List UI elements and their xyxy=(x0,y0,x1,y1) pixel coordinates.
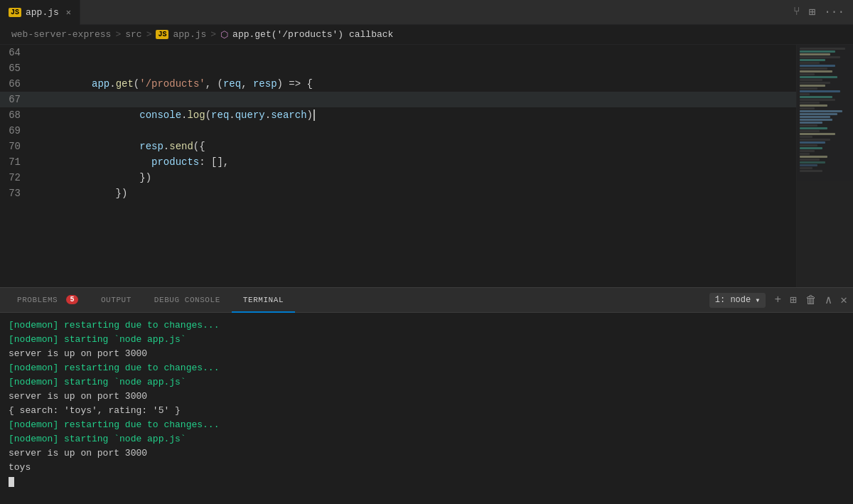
more-actions-icon[interactable]: ··· xyxy=(824,6,844,18)
line-num-73: 73 xyxy=(0,186,32,201)
tab-bar-left: JS app.js ✕ xyxy=(0,0,80,25)
line-num-69: 69 xyxy=(0,123,32,139)
output-label: OUTPUT xyxy=(101,296,132,304)
close-panel-icon[interactable]: ✕ xyxy=(840,293,847,307)
breadcrumb-src[interactable]: src xyxy=(125,29,141,40)
split-editor-icon[interactable]: ⊞ xyxy=(809,5,816,19)
terminal-line-6: server is up on port 3000 xyxy=(9,390,844,404)
breadcrumb-callback[interactable]: app.get('/products') callback xyxy=(232,29,393,40)
line-num-64: 64 xyxy=(0,45,32,60)
problems-label: PROBLEMS xyxy=(17,296,58,304)
code-line-64: 64 xyxy=(0,45,796,60)
terminal-content[interactable]: [nodemon] restarting due to changes... [… xyxy=(0,313,853,504)
panel-controls: 1: node ▾ + ⊞ 🗑 ∧ ✕ xyxy=(709,293,847,308)
terminal-line-8: [nodemon] restarting due to changes... xyxy=(9,418,844,432)
terminal-line-4: [nodemon] restarting due to changes... xyxy=(9,361,844,375)
split-terminal-icon[interactable]: ⊞ xyxy=(790,293,797,307)
terminal-line-5: [nodemon] starting `node app.js` xyxy=(9,375,844,390)
code-line-66: 66 xyxy=(0,76,796,92)
close-tab-button[interactable]: ✕ xyxy=(66,7,71,18)
terminal-line-7: { search: 'toys', rating: '5' } xyxy=(9,404,844,418)
breadcrumb-sep3: > xyxy=(210,29,216,40)
tab-output[interactable]: OUTPUT xyxy=(90,288,143,313)
code-line-69: 69 resp.send({ xyxy=(0,123,796,139)
branch-icon[interactable]: ⑂ xyxy=(793,6,800,18)
minimap-content xyxy=(797,45,853,287)
breadcrumb-js-badge: JS xyxy=(156,30,168,39)
minimap-lines xyxy=(797,45,853,176)
tab-terminal[interactable]: TERMINAL xyxy=(232,288,295,313)
breadcrumb-folder[interactable]: web-server-express xyxy=(11,29,111,40)
panel: PROBLEMS 5 OUTPUT DEBUG CONSOLE TERMINAL… xyxy=(0,287,853,504)
code-editor[interactable]: 64 65 app.get('/products', (req, resp) =… xyxy=(0,45,796,287)
terminal-label: TERMINAL xyxy=(243,296,284,304)
code-line-65: 65 app.get('/products', (req, resp) => { xyxy=(0,60,796,76)
terminal-line-3: server is up on port 3000 xyxy=(9,347,844,361)
line-num-66: 66 xyxy=(0,76,32,92)
terminal-cursor xyxy=(9,477,14,487)
terminal-selector[interactable]: 1: node ▾ xyxy=(709,293,766,308)
tab-problems[interactable]: PROBLEMS 5 xyxy=(6,288,90,313)
new-terminal-icon[interactable]: + xyxy=(774,294,781,306)
chevron-down-icon: ▾ xyxy=(755,295,760,306)
line-num-65: 65 xyxy=(0,60,32,76)
kill-terminal-icon[interactable]: 🗑 xyxy=(805,294,817,307)
terminal-line-11: toys xyxy=(9,461,844,475)
code-area: 64 65 app.get('/products', (req, resp) =… xyxy=(0,45,796,287)
code-line-70: 70 products: [], xyxy=(0,139,796,154)
problems-badge: 5 xyxy=(66,295,78,304)
tab-bar-actions: ⑂ ⊞ ··· xyxy=(793,5,853,19)
tab-bar: JS app.js ✕ ⑂ ⊞ ··· xyxy=(0,0,853,25)
terminal-line-1: [nodemon] restarting due to changes... xyxy=(9,318,844,333)
tab-appjs[interactable]: JS app.js ✕ xyxy=(0,0,80,25)
terminal-cursor-line xyxy=(9,475,844,489)
minimap xyxy=(796,45,853,287)
js-badge: JS xyxy=(9,8,21,17)
tab-filename: app.js xyxy=(26,7,59,18)
terminal-line-2: [nodemon] starting `node app.js` xyxy=(9,333,844,347)
code-line-67: 67 console.log(req.query.search) xyxy=(0,92,796,107)
line-num-68: 68 xyxy=(0,107,32,123)
breadcrumb-sep1: > xyxy=(115,29,121,40)
line-num-71: 71 xyxy=(0,154,32,170)
breadcrumb-sep2: > xyxy=(146,29,152,40)
code-line-72: 72 }) xyxy=(0,170,796,186)
terminal-name: 1: node xyxy=(715,295,751,305)
main-content: 64 65 app.get('/products', (req, resp) =… xyxy=(0,45,853,287)
line-num-67: 67 xyxy=(0,92,32,107)
code-line-73: 73 xyxy=(0,186,796,201)
debug-console-label: DEBUG CONSOLE xyxy=(154,296,220,304)
line-num-72: 72 xyxy=(0,170,32,186)
breadcrumb-file[interactable]: app.js xyxy=(173,29,206,40)
breadcrumb: web-server-express > src > JS app.js > ⬡… xyxy=(0,25,853,45)
code-line-71: 71 }) xyxy=(0,154,796,170)
code-line-68: 68 xyxy=(0,107,796,123)
cube-icon: ⬡ xyxy=(220,29,228,41)
panel-tabs: PROBLEMS 5 OUTPUT DEBUG CONSOLE TERMINAL… xyxy=(0,288,853,313)
tab-debug-console[interactable]: DEBUG CONSOLE xyxy=(143,288,232,313)
maximize-panel-icon[interactable]: ∧ xyxy=(825,293,832,307)
line-num-70: 70 xyxy=(0,139,32,154)
terminal-line-9: [nodemon] starting `node app.js` xyxy=(9,432,844,446)
terminal-line-10: server is up on port 3000 xyxy=(9,446,844,461)
